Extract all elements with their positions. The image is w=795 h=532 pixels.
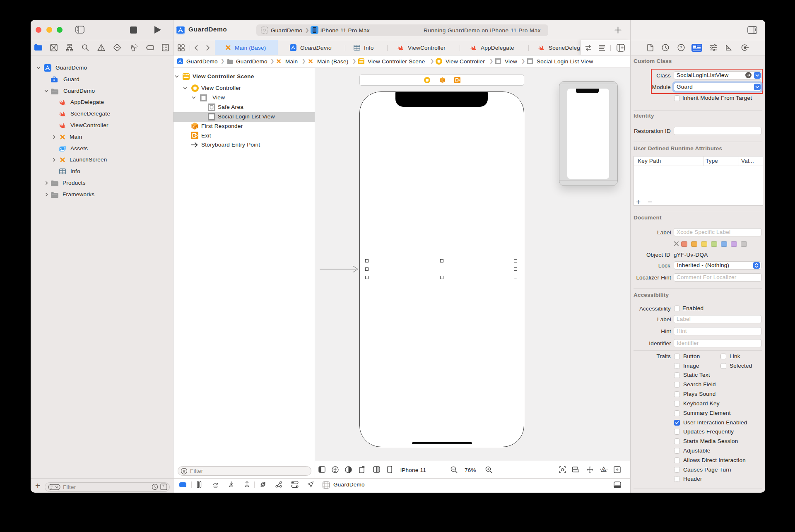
svg-text:A: A [603, 469, 605, 472]
svg-text:1: 1 [196, 126, 198, 129]
svg-text:0: 0 [193, 126, 194, 129]
svg-text:?: ? [680, 46, 682, 50]
